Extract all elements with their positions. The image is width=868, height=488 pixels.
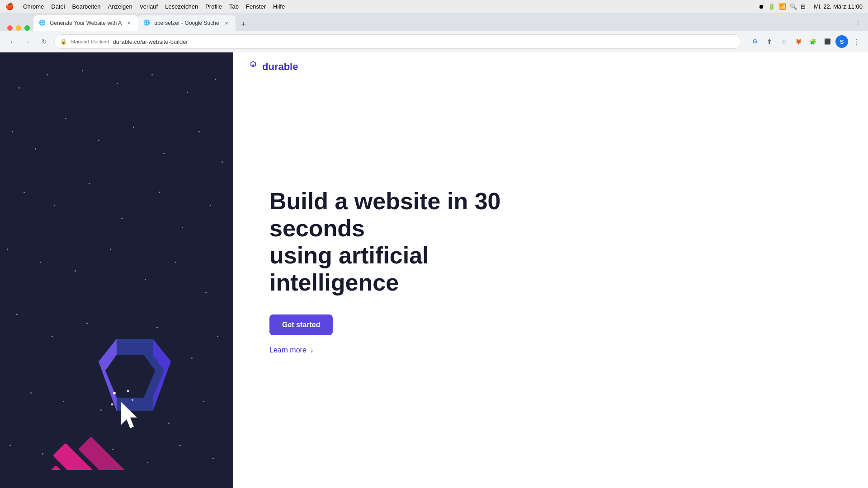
tab-title-durable: Generate Your Website with A xyxy=(50,20,122,26)
menu-icon[interactable]: ⋮ xyxy=(850,35,863,48)
traffic-lights xyxy=(4,25,33,31)
tab-favicon-durable: 🌐 xyxy=(39,19,46,27)
tab-close-google[interactable]: ✕ xyxy=(223,19,230,27)
hero-title: Build a website in 30 seconds using arti… xyxy=(269,188,541,296)
svg-point-8 xyxy=(132,399,133,401)
search-menu-icon[interactable]: 🔍 xyxy=(790,3,797,10)
maximize-window-button[interactable] xyxy=(24,25,30,31)
profile-button[interactable]: S xyxy=(835,35,848,48)
toolbar-icons: G ⬆ ☆ 🦊 🧩 ⬛ S ⋮ xyxy=(749,35,863,48)
svg-point-6 xyxy=(113,392,116,394)
get-started-button[interactable]: Get started xyxy=(269,314,333,335)
content-right-panel: durable Build a website in 30 seconds us… xyxy=(233,52,868,488)
metamask-icon[interactable]: 🦊 xyxy=(792,35,805,48)
learn-more-arrow-icon: ↓ xyxy=(310,346,314,354)
logo-icon xyxy=(248,61,259,74)
url-text: durable.co/ai-website-builder xyxy=(113,38,736,45)
macos-menubar: 🍎 Chrome Datei Bearbeiten Anzeigen Verla… xyxy=(0,0,868,13)
menubar-tab[interactable]: Tab xyxy=(229,3,239,10)
menubar-datei[interactable]: Datei xyxy=(51,3,65,10)
menubar-hilfe[interactable]: Hilfe xyxy=(273,3,285,10)
tab-bar-right: ⋮ xyxy=(852,16,864,31)
reload-button[interactable]: ↻ xyxy=(38,35,51,48)
tab-bar: 🌐 Generate Your Website with A ✕ 🌐 übers… xyxy=(0,13,868,31)
share-icon[interactable]: ⬆ xyxy=(763,35,776,48)
location-blocked-label: Standort blockiert xyxy=(71,39,109,44)
close-window-button[interactable] xyxy=(7,25,13,31)
lock-icon: 🔒 xyxy=(60,38,67,45)
back-button[interactable]: ‹ xyxy=(5,35,18,48)
menubar-profile[interactable]: Profile xyxy=(205,3,222,10)
hero-left-panel xyxy=(0,52,233,488)
wifi-icon: 📶 xyxy=(779,3,786,10)
record-icon: ⏺ xyxy=(759,3,764,10)
system-icons: ⏺ 🔋 📶 🔍 ⊞ xyxy=(759,3,806,10)
tab-google[interactable]: 🌐 übersetzer - Google Suche ✕ xyxy=(138,15,235,31)
menubar-chrome[interactable]: Chrome xyxy=(23,3,44,10)
svg-point-7 xyxy=(127,390,129,392)
chrome-window: 🌐 Generate Your Website with A ✕ 🌐 übers… xyxy=(0,13,868,488)
menubar-time: Mi. 22. März 11:00 xyxy=(814,3,863,10)
hero-illustration xyxy=(31,298,203,470)
battery-icon: 🔋 xyxy=(768,3,775,10)
tab-search-icon[interactable]: ⋮ xyxy=(852,16,864,29)
menubar-anzeigen[interactable]: Anzeigen xyxy=(108,3,132,10)
tab-durable[interactable]: 🌐 Generate Your Website with A ✕ xyxy=(33,15,138,31)
extensions-icon[interactable]: ⬛ xyxy=(821,35,834,48)
menubar-verlauf[interactable]: Verlauf xyxy=(140,3,158,10)
apple-menu[interactable]: 🍎 xyxy=(5,2,14,10)
minimize-window-button[interactable] xyxy=(16,25,21,31)
menubar-fenster[interactable]: Fenster xyxy=(246,3,266,10)
tab-close-durable[interactable]: ✕ xyxy=(125,19,132,27)
hero-section: Build a website in 30 seconds using arti… xyxy=(233,81,868,488)
extension1-icon[interactable]: 🧩 xyxy=(807,35,819,48)
menubar-lesezeichen[interactable]: Lesezeichen xyxy=(165,3,198,10)
tab-title-google: übersetzer - Google Suche xyxy=(154,20,219,26)
address-bar[interactable]: 🔒 Standort blockiert durable.co/ai-websi… xyxy=(54,34,741,49)
svg-point-9 xyxy=(111,404,113,406)
tab-favicon-google: 🌐 xyxy=(143,19,151,27)
forward-button[interactable]: › xyxy=(22,35,34,48)
logo-text: durable xyxy=(262,61,298,73)
address-bar-row: ‹ › ↻ 🔒 Standort blockiert durable.co/ai… xyxy=(0,31,868,52)
learn-more-text: Learn more xyxy=(269,346,307,354)
menubar-right-area: ⏺ 🔋 📶 🔍 ⊞ Mi. 22. März 11:00 xyxy=(759,3,863,10)
navbar: durable xyxy=(233,52,868,81)
google-search-icon[interactable]: G xyxy=(749,35,761,48)
menubar-bearbeiten[interactable]: Bearbeiten xyxy=(72,3,101,10)
browser-content: durable Build a website in 30 seconds us… xyxy=(0,52,868,488)
new-tab-button[interactable]: + xyxy=(237,18,250,31)
learn-more-link[interactable]: Learn more ↓ xyxy=(269,346,832,354)
control-center-icon[interactable]: ⊞ xyxy=(801,3,806,10)
bookmark-icon[interactable]: ☆ xyxy=(778,35,790,48)
durable-logo[interactable]: durable xyxy=(248,61,298,74)
